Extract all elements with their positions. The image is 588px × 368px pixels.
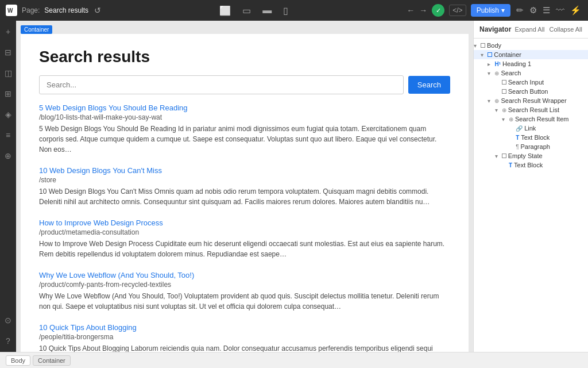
result-url: /store <box>39 176 450 184</box>
tree-item[interactable]: ▾ Empty State <box>474 151 588 160</box>
tree-label: Container <box>494 51 521 58</box>
tree-item[interactable]: ▾ ⊕ Search Result Wrapper <box>474 96 588 105</box>
result-desc: 10 Web Design Blogs You Can't Miss Omnis… <box>39 186 450 207</box>
tree-label: Search Result Wrapper <box>501 97 566 104</box>
result-title[interactable]: 10 Quick Tips About Blogging <box>39 323 450 332</box>
tree-indent <box>474 97 488 104</box>
brush-icon[interactable]: ✏ <box>515 4 525 17</box>
help-icon[interactable]: ? <box>2 335 14 347</box>
code-toggle[interactable]: </> <box>449 5 466 16</box>
assets-icon[interactable]: ◈ <box>2 108 14 121</box>
logic-icon[interactable]: ⊕ <box>2 150 14 162</box>
expand-all-button[interactable]: Expand All <box>515 26 545 33</box>
tree-arrow: ▾ <box>474 43 481 49</box>
result-item: 5 Web Design Blogs You Should Be Reading… <box>39 103 450 155</box>
result-desc: 10 Quick Tips About Blogging Laborum rei… <box>39 343 450 352</box>
tree-item[interactable]: ▾ ⊕ Search Result Item <box>474 114 588 124</box>
tree-arrow <box>509 125 516 132</box>
refresh-icon[interactable]: ↺ <box>94 6 101 15</box>
tree-item[interactable]: Search Button <box>474 87 588 96</box>
phone-button[interactable]: ▯ <box>281 4 291 17</box>
cms-icon[interactable]: ≡ <box>2 129 14 141</box>
search-input[interactable] <box>39 75 404 94</box>
main-layout: + ⊟ ◫ ⊞ ◈ ≡ ⊕ ⊙ ? Container Search resul… <box>0 21 588 352</box>
tree-item[interactable]: ▾ Body <box>474 41 588 50</box>
bottom-bar: Body Container <box>0 352 588 368</box>
tree-arrow: ▸ <box>488 61 494 67</box>
collapse-all-button[interactable]: Collapse All <box>550 26 582 33</box>
layers-icon[interactable]: ◫ <box>2 67 14 79</box>
page-label: Page: <box>22 6 40 14</box>
tree-label: Paragraph <box>521 143 550 150</box>
user-icon[interactable]: ⊙ <box>2 314 14 327</box>
tablet-button[interactable]: ▭ <box>240 4 253 17</box>
back-button[interactable]: ← <box>407 6 415 15</box>
tree-arrow <box>509 144 516 150</box>
tree-arrow <box>502 162 509 168</box>
wave-icon[interactable]: 〰 <box>555 4 566 17</box>
result-desc: Why We Love Webflow (And You Should, Too… <box>39 291 450 312</box>
result-title[interactable]: 10 Web Design Blogs You Can't Miss <box>39 166 450 175</box>
tree-label: Search Button <box>508 88 548 95</box>
breadcrumb-container[interactable]: Container <box>33 355 71 366</box>
result-title[interactable]: How to Improve Web Design Process <box>39 218 450 227</box>
tree-indent <box>474 51 481 58</box>
result-item: 10 Quick Tips About Blogging /people/tit… <box>39 323 450 352</box>
menu-icon[interactable]: ☰ <box>541 4 551 17</box>
monitor-button[interactable]: ⬜ <box>217 4 233 17</box>
result-url: /blog/10-lists-that-will-make-you-say-wa… <box>39 113 450 121</box>
svg-text:W: W <box>7 7 13 14</box>
tree-label: Heading 1 <box>502 60 531 67</box>
result-title[interactable]: 5 Web Design Blogs You Should Be Reading <box>39 103 450 112</box>
tree-item[interactable]: ▸ H¹ Heading 1 <box>474 59 588 68</box>
result-item: How to Improve Web Design Process /produ… <box>39 218 450 259</box>
tree-label: Search <box>501 70 521 76</box>
navigator-header: Navigator Expand All Collapse All <box>474 21 588 39</box>
tree-indent <box>474 79 495 86</box>
add-icon[interactable]: + <box>2 25 14 38</box>
grid-icon[interactable]: ⊞ <box>2 87 14 100</box>
tree-indent <box>474 125 509 132</box>
tree-area: ▾ Body ▾ Container ▸ H¹ Heading 1 ▾ ⊕ Se… <box>474 39 588 352</box>
result-url: /product/metamedia-consultation <box>39 228 450 236</box>
gear-icon[interactable]: ⚙ <box>528 4 538 17</box>
result-item: Why We Love Webflow (And You Should, Too… <box>39 271 450 312</box>
tree-arrow: ▾ <box>495 153 502 159</box>
canvas-content: Search results Search 5 Web Design Blogs… <box>21 34 469 352</box>
tree-indent <box>474 106 495 113</box>
tree-indent <box>474 162 502 168</box>
tree-item[interactable]: ▾ ⊕ Search Result List <box>474 105 588 114</box>
result-url: /people/titia-brongersma <box>39 333 450 341</box>
tree-label: Empty State <box>508 152 543 159</box>
tree-indent <box>474 143 509 150</box>
phone-landscape-button[interactable]: ▬ <box>260 4 274 17</box>
tree-arrow: ▾ <box>488 70 494 76</box>
tree-label: Search Result Item <box>515 116 569 122</box>
result-title[interactable]: Why We Love Webflow (And You Should, Too… <box>39 271 450 279</box>
tree-indent <box>474 60 488 67</box>
tree-label: Text Block <box>514 162 543 168</box>
webflow-logo: W <box>6 5 17 16</box>
bolt-icon[interactable]: ⚡ <box>569 4 582 17</box>
forward-button[interactable]: → <box>419 6 427 15</box>
navigator-actions: Expand All Collapse All <box>515 26 582 33</box>
search-button[interactable]: Search <box>408 76 450 94</box>
tree-item[interactable]: ▾ Container <box>474 50 588 59</box>
topbar: W Page: Search results ↺ ⬜ ▭ ▬ ▯ ← → ✓ <… <box>0 0 588 21</box>
device-switcher: ⬜ ▭ ▬ ▯ <box>106 4 402 17</box>
tree-item[interactable]: ¶ Paragraph <box>474 142 588 151</box>
breadcrumb-body[interactable]: Body <box>6 355 30 366</box>
result-desc: How to Improve Web Design Process Cupidi… <box>39 239 450 259</box>
tree-item[interactable]: ▾ ⊕ Search <box>474 68 588 78</box>
pages-icon[interactable]: ⊟ <box>2 46 14 59</box>
result-url: /product/comfy-pants-from-recycled-texti… <box>39 281 450 289</box>
tree-item[interactable]: 🔗 Link <box>474 124 588 133</box>
tree-label: Link <box>524 125 536 132</box>
tree-indent <box>474 116 502 122</box>
tree-item[interactable]: T Text Block <box>474 133 588 142</box>
publish-button[interactable]: Publish ▾ <box>471 4 510 17</box>
tree-item[interactable]: T Text Block <box>474 160 588 170</box>
tree-item[interactable]: Search Input <box>474 78 588 87</box>
tree-indent <box>474 70 488 76</box>
status-check: ✓ <box>432 4 444 17</box>
